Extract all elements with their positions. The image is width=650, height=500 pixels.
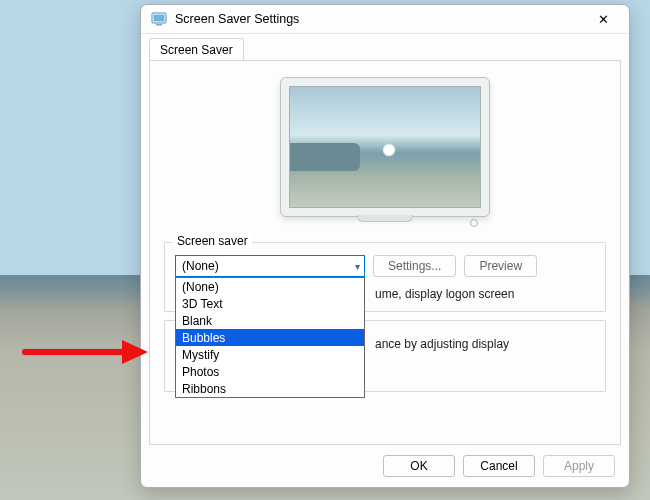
tab-panel: Screen saver (None) ▾ (None)3D TextBlank… xyxy=(149,60,621,445)
screen-saver-settings-dialog: Screen Saver Settings ✕ Screen Saver xyxy=(140,4,630,488)
chevron-down-icon: ▾ xyxy=(355,261,360,272)
screensaver-selected-value: (None) xyxy=(182,259,219,273)
screensaver-dropdown-list[interactable]: (None)3D TextBlankBubblesMystifyPhotosRi… xyxy=(175,277,365,398)
screensaver-dropdown[interactable]: (None) ▾ (None)3D TextBlankBubblesMystif… xyxy=(175,255,365,277)
screensaver-option[interactable]: Photos xyxy=(176,363,364,380)
title-bar: Screen Saver Settings ✕ xyxy=(141,5,629,34)
preview-mountain xyxy=(289,143,360,171)
monitor-stand xyxy=(357,215,413,222)
svg-rect-1 xyxy=(154,15,165,22)
screensaver-option[interactable]: Bubbles xyxy=(176,329,364,346)
svg-rect-2 xyxy=(156,24,162,26)
preview-button[interactable]: Preview xyxy=(464,255,537,277)
screen-saver-group: Screen saver (None) ▾ (None)3D TextBlank… xyxy=(164,242,606,312)
monitor-screen xyxy=(289,86,481,208)
annotation-arrow xyxy=(22,340,152,364)
preview-sun xyxy=(382,143,396,157)
screensaver-option[interactable]: Blank xyxy=(176,312,364,329)
close-button[interactable]: ✕ xyxy=(585,7,621,31)
close-icon: ✕ xyxy=(598,12,609,27)
tab-strip: Screen Saver xyxy=(141,34,629,60)
cancel-button[interactable]: Cancel xyxy=(463,455,535,477)
dialog-buttons: OK Cancel Apply xyxy=(141,445,629,487)
apply-button[interactable]: Apply xyxy=(543,455,615,477)
screensaver-option[interactable]: Mystify xyxy=(176,346,364,363)
monitor-power-led xyxy=(470,219,478,227)
screen-saver-group-title: Screen saver xyxy=(173,234,252,248)
tab-screen-saver[interactable]: Screen Saver xyxy=(149,38,244,61)
performance-partial-text: ance by adjusting display xyxy=(375,337,509,351)
arrow-shaft xyxy=(22,349,128,355)
resume-partial-text: ume, display logon screen xyxy=(375,287,514,301)
screensaver-select-display[interactable]: (None) ▾ xyxy=(175,255,365,277)
screensaver-option[interactable]: 3D Text xyxy=(176,295,364,312)
screensaver-option[interactable]: (None) xyxy=(176,278,364,295)
window-title: Screen Saver Settings xyxy=(175,12,585,26)
monitor-preview xyxy=(280,77,490,232)
ok-button[interactable]: OK xyxy=(383,455,455,477)
settings-button[interactable]: Settings... xyxy=(373,255,456,277)
desktop-background: Screen Saver Settings ✕ Screen Saver xyxy=(0,0,650,500)
monitor-bezel xyxy=(280,77,490,217)
screensaver-option[interactable]: Ribbons xyxy=(176,380,364,397)
app-icon xyxy=(151,11,167,27)
